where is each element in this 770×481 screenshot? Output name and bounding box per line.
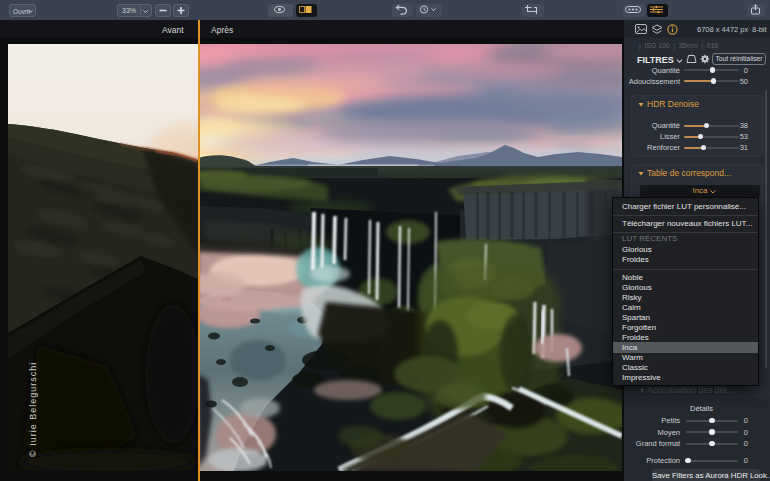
svg-text:© Iurie Belegurschi: © Iurie Belegurschi bbox=[28, 362, 38, 457]
